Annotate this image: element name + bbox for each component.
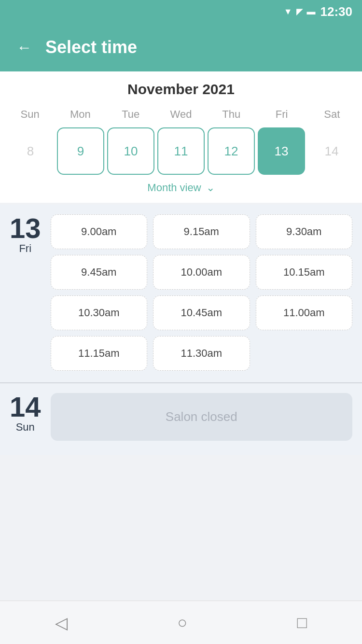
day-14-row: 14 Sun Salon closed	[10, 393, 352, 441]
time-slot[interactable]: 9.30am	[256, 214, 353, 249]
back-nav-icon[interactable]: ◁	[55, 613, 68, 632]
bottom-nav: ◁ ○ □	[0, 601, 362, 644]
time-slot[interactable]: 10.15am	[256, 255, 353, 290]
status-bar: ▼ ◤ ▬ 12:30	[0, 0, 362, 23]
day-14-name: Sun	[16, 421, 35, 434]
time-slot[interactable]: 10.00am	[153, 255, 250, 290]
time-slot[interactable]: 9.45am	[51, 255, 147, 290]
battery-icon: ▬	[307, 7, 316, 17]
status-time: 12:30	[320, 4, 353, 19]
time-slot[interactable]: 9.00am	[51, 214, 147, 249]
weekday-label: Sat	[307, 106, 357, 123]
time-slots-grid: 9.00am9.15am9.30am9.45am10.00am10.15am10…	[51, 214, 352, 371]
day-14-number: 14	[10, 393, 41, 421]
weekday-label: Wed	[156, 106, 206, 123]
chevron-down-icon: ⌄	[206, 182, 215, 194]
signal-icon: ◤	[296, 6, 303, 17]
weekday-label: Sun	[5, 106, 55, 123]
time-slot[interactable]: 9.15am	[153, 214, 250, 249]
calendar-day-10[interactable]: 10	[107, 127, 154, 175]
calendar-days: 891011121314	[5, 127, 357, 175]
calendar-month-year: November 2021	[5, 81, 357, 98]
day-14-section: 14 Sun Salon closed	[0, 383, 362, 455]
month-view-toggle[interactable]: Month view ⌄	[5, 175, 357, 198]
day-14-label: 14 Sun	[10, 393, 41, 434]
calendar-day-11[interactable]: 11	[157, 127, 205, 175]
day-13-name: Fri	[19, 242, 31, 255]
time-slot[interactable]: 10.45am	[153, 295, 250, 330]
status-icons: ▼ ◤ ▬	[284, 6, 316, 17]
calendar-weekdays: SunMonTueWedThuFriSat	[5, 106, 357, 123]
salon-closed-box: Salon closed	[51, 393, 352, 441]
time-slot[interactable]: 11.30am	[153, 336, 250, 371]
calendar-day-12[interactable]: 12	[208, 127, 255, 175]
home-nav-icon[interactable]: ○	[177, 613, 187, 632]
time-slot[interactable]: 11.15am	[51, 336, 147, 371]
time-slot[interactable]: 10.30am	[51, 295, 147, 330]
page-title: Select time	[45, 37, 137, 57]
calendar-day-9[interactable]: 9	[57, 127, 104, 175]
month-view-label: Month view	[147, 182, 201, 194]
recent-nav-icon[interactable]: □	[297, 613, 307, 632]
calendar-section: November 2021 SunMonTueWedThuFriSat 8910…	[0, 71, 362, 203]
weekday-label: Mon	[55, 106, 105, 123]
day-13-row: 13 Fri 9.00am9.15am9.30am9.45am10.00am10…	[10, 214, 352, 371]
app-header: ← Select time	[0, 23, 362, 71]
calendar-day-14[interactable]: 14	[308, 127, 355, 175]
back-button[interactable]: ←	[14, 38, 34, 57]
wifi-icon: ▼	[284, 7, 292, 17]
day-13-number: 13	[10, 214, 41, 242]
weekday-label: Fri	[256, 106, 306, 123]
weekday-label: Thu	[206, 106, 256, 123]
day-13-section: 13 Fri 9.00am9.15am9.30am9.45am10.00am10…	[0, 205, 362, 382]
calendar-day-8[interactable]: 8	[7, 127, 54, 175]
weekday-label: Tue	[106, 106, 156, 123]
time-slot[interactable]: 11.00am	[256, 295, 353, 330]
day-13-label: 13 Fri	[10, 214, 41, 255]
calendar-day-13[interactable]: 13	[258, 127, 305, 175]
